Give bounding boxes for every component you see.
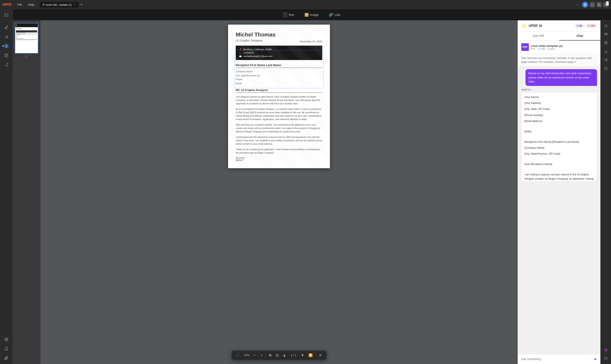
ai-resp-line1: [Your Name] — [524, 95, 594, 99]
doc-details: cover-letter-template (1) PDF · 1.6 MB ·… — [531, 44, 562, 50]
left-sidebar — [0, 9, 13, 364]
minimize-btn[interactable]: — — [590, 2, 595, 7]
zoom-dropdown-btn[interactable]: ▼ — [254, 354, 256, 356]
sidebar-item-pages[interactable] — [2, 51, 11, 60]
ai-header: ✨ UPDF AI ⬡ 95 ⬡ 966 — [518, 20, 600, 32]
ai-tip: Tips: Now you can summarize, translate, … — [518, 54, 600, 67]
cv-para1: I am writing to express my keen interest… — [236, 95, 322, 105]
close-bar-btn[interactable]: ✕ — [318, 352, 323, 358]
tab-ask-pdf[interactable]: Ask PDF — [518, 32, 559, 40]
app-body: T Text 🖼️ Image 🔗 Link — [0, 9, 611, 364]
titlebar: UPDF File Help cover-lett...mplate (1) ×… — [0, 0, 611, 9]
sidebar-item-convert[interactable] — [2, 60, 11, 69]
pdf-page: Michel Thomas UI Graphic Designer Novemb… — [228, 25, 330, 168]
thumbnail-image: Michel Thomas UI Graphic Designer Recipi… — [15, 23, 38, 53]
cv-city: City, State/Province Zip — [236, 74, 260, 77]
sidebar-item-bookmark[interactable] — [2, 344, 11, 353]
page-indicator: 1 / 1 — [289, 354, 298, 357]
next-page-btn[interactable]: ▼ — [299, 352, 306, 358]
cv-closing-text: Sincerely, — [236, 157, 245, 159]
ai-chat[interactable]: Based on my self-introduction and work e… — [518, 67, 600, 354]
divider-2 — [266, 353, 266, 357]
user-message: Based on my self-introduction and work e… — [525, 69, 597, 86]
cv-signature: Michel T... — [236, 159, 245, 161]
ai-resp-line10: Dear [Recipient's Name], — [524, 162, 594, 166]
sidebar-item-organize[interactable] — [2, 42, 11, 50]
zoom-bar: − 27% ▼ + ⊞ ⊟ ▲ 1 / 1 — [232, 351, 326, 360]
help-menu[interactable]: Help — [26, 2, 36, 7]
ai-resp-line5: [Email Address] — [524, 119, 594, 123]
right-share-btn[interactable] — [602, 56, 610, 64]
sidebar-item-highlight[interactable] — [2, 32, 11, 41]
ai-send-btn[interactable]: ➤ — [594, 357, 597, 362]
thumb-content: Michel Thomas UI Graphic Designer Recipi… — [15, 27, 38, 53]
sidebar-item-comment[interactable] — [2, 11, 11, 20]
cv-company-info: Company Name City, State/Province Zip Ph… — [236, 70, 322, 86]
ai-logo-icon: ✨ — [521, 23, 527, 28]
right-ai-btn[interactable] — [602, 346, 610, 354]
sidebar-item-attach[interactable] — [2, 354, 11, 362]
prev-page-btn[interactable]: ▲ — [282, 352, 287, 358]
right-chat-btn[interactable] — [602, 355, 610, 362]
cv-phone: 12345678 — [243, 52, 254, 54]
ai-response: [Your Name] [Your Address] [City, State,… — [521, 92, 597, 181]
email-icon: ✉️ — [239, 55, 242, 57]
right-thumbnail-btn[interactable] — [602, 31, 610, 38]
cv-email-row: ✉️ michelthomas617@xxx.com — [239, 55, 319, 57]
svg-line-24 — [605, 59, 606, 60]
ai-doc-info: PDF cover-letter-template (1) PDF · 1.6 … — [518, 41, 600, 54]
cv-contact-bar: 📍 Bradbury, California, 91008 📞 12345678… — [236, 46, 322, 60]
tab-close-btn[interactable]: × — [74, 3, 75, 6]
svg-line-23 — [605, 60, 606, 61]
page-thumbnail[interactable]: Michel Thomas UI Graphic Designer Recipi… — [15, 23, 38, 53]
image-label: Image — [310, 13, 319, 16]
right-search-btn[interactable] — [602, 22, 610, 30]
pdf-viewer[interactable]: Michel Thomas UI Graphic Designer Novemb… — [40, 20, 518, 364]
svg-rect-1 — [5, 45, 6, 46]
sidebar-item-edit[interactable] — [2, 23, 11, 32]
tab-label: cover-lett...mplate (1) — [46, 3, 72, 6]
fit-width-btn[interactable]: ⊟ — [274, 352, 280, 358]
divider-1 — [257, 353, 258, 357]
more-button[interactable]: ⌄ — [574, 2, 580, 7]
page-current: 1 — [291, 354, 292, 357]
svg-marker-11 — [4, 338, 8, 339]
phone-icon: 📞 — [239, 52, 242, 54]
fit-page-btn[interactable]: ⊞ — [268, 352, 273, 358]
zoom-out-btn[interactable]: − — [235, 352, 240, 358]
tab-bar: cover-lett...mplate (1) × + — [40, 2, 84, 8]
restore-btn[interactable]: ⧉ — [597, 2, 602, 7]
tab-document[interactable]: cover-lett...mplate (1) × — [40, 2, 78, 8]
location-icon: 📍 — [239, 48, 242, 51]
cv-header: Michel Thomas UI Graphic Designer Novemb… — [236, 31, 322, 43]
file-menu[interactable]: File — [15, 2, 24, 7]
tab-chat[interactable]: Chat — [559, 32, 601, 40]
zoom-level: 27% — [241, 354, 252, 357]
divider-3 — [316, 353, 316, 357]
content-area: Michel Thomas UI Graphic Designer Recipi… — [13, 20, 611, 364]
ai-input[interactable] — [521, 357, 592, 361]
page-total: 1 — [295, 354, 296, 357]
tab-indicator — [43, 4, 44, 5]
doc-icon: PDF — [521, 43, 529, 51]
link-tool-btn[interactable]: 🔗 Link — [326, 12, 343, 18]
ai-response-label: UPDF AI — [521, 89, 597, 91]
ai-credits: ⬡ 95 ⬡ 966 — [574, 24, 597, 28]
right-lock-btn[interactable] — [602, 65, 610, 72]
credit1-icon: ⬡ — [576, 24, 579, 27]
cv-email-label: Email — [236, 82, 242, 85]
link-icon: 🔗 — [329, 13, 333, 17]
svg-point-12 — [605, 25, 607, 27]
right-ocr-btn[interactable] — [602, 39, 610, 47]
sidebar-item-layers[interactable] — [2, 335, 11, 344]
svg-rect-15 — [606, 33, 607, 34]
text-tool-btn[interactable]: T Text — [281, 11, 297, 18]
image-tool-btn[interactable]: 🖼️ Image — [302, 12, 321, 18]
right-icons — [600, 20, 611, 364]
cv-phone-row: 📞 12345678 — [239, 52, 319, 54]
right-download-btn[interactable] — [602, 48, 610, 55]
ai-resp-line8: [Company Name] — [524, 146, 594, 150]
zoom-in-btn[interactable]: + — [259, 352, 264, 358]
last-page-btn[interactable]: ⏬ — [307, 352, 314, 358]
add-tab-button[interactable]: + — [79, 2, 84, 7]
